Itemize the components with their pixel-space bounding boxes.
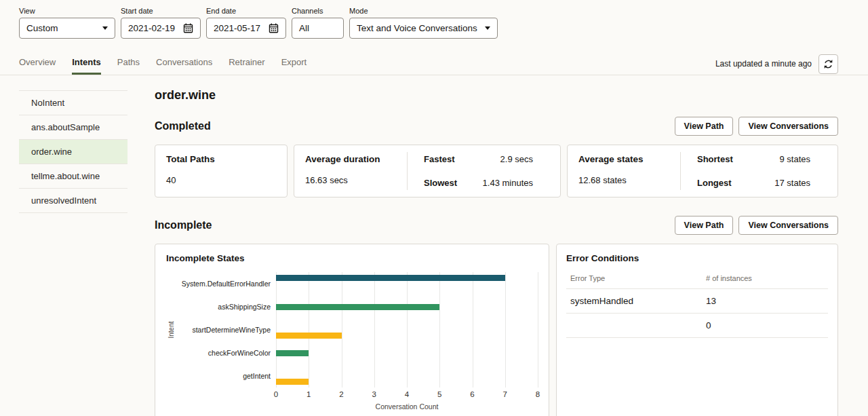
mode-value: Text and Voice Conversations xyxy=(357,23,478,33)
view-label: View xyxy=(19,7,115,15)
error-conditions-title: Error Conditions xyxy=(566,253,828,263)
fastest-value: 2.9 secs xyxy=(500,154,533,164)
channels-filter: Channels All xyxy=(292,7,344,39)
error-instances-cell: 0 xyxy=(706,320,711,330)
slowest-label: Slowest xyxy=(424,178,457,188)
error-conditions-card: Error Conditions Error Type# of instance… xyxy=(556,244,838,416)
total-paths-value: 40 xyxy=(166,175,276,185)
gridline xyxy=(439,272,440,387)
chart-category-label: getIntent xyxy=(176,364,276,387)
tab-retrainer[interactable]: Retrainer xyxy=(229,53,264,75)
calendar-icon[interactable] xyxy=(183,23,193,33)
last-updated-text: Last updated a minute ago xyxy=(715,59,812,69)
tab-intents[interactable]: Intents xyxy=(72,53,101,75)
average-states: Average states 12.68 states xyxy=(568,145,680,197)
sidebar-item-ans.aboutSample[interactable]: ans.aboutSample xyxy=(19,115,127,140)
main-panel: order.wine Completed View Path View Conv… xyxy=(155,90,838,416)
chart-bar-checkForWineColor[interactable] xyxy=(276,350,309,356)
view-filter: View Custom xyxy=(19,7,115,39)
start-date-input[interactable]: 2021-02-19 xyxy=(121,18,201,39)
end-date-filter: End date 2021-05-17 xyxy=(206,7,286,39)
fastest-label: Fastest xyxy=(424,154,455,164)
tab-conversations[interactable]: Conversations xyxy=(156,53,212,75)
chart-category-labels: System.DefaultErrorHandleraskShippingSiz… xyxy=(176,272,276,387)
tab-export[interactable]: Export xyxy=(281,53,307,75)
end-date-input[interactable]: 2021-05-17 xyxy=(206,18,286,39)
channels-input[interactable]: All xyxy=(292,18,344,39)
start-date-filter: Start date 2021-02-19 xyxy=(121,7,201,39)
tab-bar-right: Last updated a minute ago xyxy=(715,53,838,75)
x-axis-title: Conversation Count xyxy=(276,402,538,411)
calendar-icon[interactable] xyxy=(269,23,279,33)
chart-plot xyxy=(276,272,538,387)
content: NoIntentans.aboutSampleorder.winetellme.… xyxy=(0,75,868,416)
completed-view-conversations-button[interactable]: View Conversations xyxy=(738,117,838,136)
states-extremes: Shortest 9 states Longest 17 states xyxy=(681,145,837,197)
incomplete-section-head: Incomplete View Path View Conversations xyxy=(155,216,838,235)
sidebar-item-NoIntent[interactable]: NoIntent xyxy=(19,91,127,115)
x-tick-label: 4 xyxy=(405,390,409,398)
view-select[interactable]: Custom xyxy=(19,18,115,39)
tab-paths[interactable]: Paths xyxy=(117,53,140,75)
completed-view-path-button[interactable]: View Path xyxy=(675,117,734,136)
gridline xyxy=(374,272,375,387)
shortest-row: Shortest 9 states xyxy=(697,154,810,164)
mode-select[interactable]: Text and Voice Conversations xyxy=(349,18,498,39)
x-tick-label: 3 xyxy=(372,390,376,398)
incomplete-panels: Incomplete States Intent System.DefaultE… xyxy=(155,244,838,416)
chart-category-label: System.DefaultErrorHandler xyxy=(176,272,276,295)
chart-category-label: checkForWineColor xyxy=(176,341,276,364)
refresh-button[interactable] xyxy=(818,54,838,74)
duration-card: Average duration 16.63 secs Fastest 2.9 … xyxy=(294,145,561,197)
tab-overview[interactable]: Overview xyxy=(19,53,56,75)
tab-list: OverviewIntentsPathsConversationsRetrain… xyxy=(19,53,715,75)
chevron-down-icon xyxy=(485,26,490,30)
shortest-label: Shortest xyxy=(697,154,733,164)
chart-category-label: askShippingSize xyxy=(176,295,276,318)
chart-bar-startDetermineWineType[interactable] xyxy=(276,333,342,339)
slowest-value: 1.43 minutes xyxy=(483,178,533,188)
mode-filter: Mode Text and Voice Conversations xyxy=(349,7,498,39)
incomplete-actions: View Path View Conversations xyxy=(675,216,838,235)
channels-value: All xyxy=(299,23,336,33)
chart-bar-getIntent[interactable] xyxy=(276,379,309,385)
start-date-label: Start date xyxy=(121,7,201,15)
chart-category-label: startDetermineWineType xyxy=(176,318,276,341)
chart-bar-askShippingSize[interactable] xyxy=(276,304,439,310)
intent-list: NoIntentans.aboutSampleorder.winetellme.… xyxy=(19,90,127,416)
chevron-down-icon xyxy=(102,26,108,30)
channels-label: Channels xyxy=(292,7,344,15)
average-states-value: 12.68 states xyxy=(578,175,669,185)
incomplete-states-card: Incomplete States Intent System.DefaultE… xyxy=(155,244,549,416)
sidebar-item-order.wine[interactable]: order.wine xyxy=(19,140,127,164)
error-instances-cell: 13 xyxy=(706,296,716,306)
average-duration-value: 16.63 secs xyxy=(305,175,396,185)
view-value: Custom xyxy=(26,23,96,33)
error-table-row: systemHandled13 xyxy=(566,289,828,314)
longest-row: Longest 17 states xyxy=(697,178,810,188)
completed-section-head: Completed View Path View Conversations xyxy=(155,117,838,136)
sidebar-item-tellme.about.wine[interactable]: tellme.about.wine xyxy=(19,164,127,189)
error-table-body: systemHandled130 xyxy=(566,289,828,338)
total-paths-label: Total Paths xyxy=(166,154,276,164)
gridline xyxy=(342,272,342,387)
error-table-row: 0 xyxy=(566,314,828,338)
tab-bar: OverviewIntentsPathsConversationsRetrain… xyxy=(0,53,868,75)
chart-bar-System.DefaultErrorHandler[interactable] xyxy=(276,275,505,281)
x-tick-label: 5 xyxy=(437,390,441,398)
x-tick-label: 8 xyxy=(536,390,540,398)
incomplete-view-path-button[interactable]: View Path xyxy=(675,216,734,235)
x-tick-label: 0 xyxy=(274,390,278,398)
chart-title: Incomplete States xyxy=(166,253,538,263)
gridline xyxy=(505,272,506,387)
refresh-icon xyxy=(823,59,833,69)
longest-value: 17 states xyxy=(774,178,810,188)
sidebar-item-unresolvedIntent[interactable]: unresolvedIntent xyxy=(19,189,127,213)
error-table-header: Error Type# of instances xyxy=(566,274,828,289)
gridline xyxy=(407,272,408,387)
states-card: Average states 12.68 states Shortest 9 s… xyxy=(567,145,838,197)
incomplete-view-conversations-button[interactable]: View Conversations xyxy=(738,216,838,235)
page-title: order.wine xyxy=(155,88,838,102)
shortest-value: 9 states xyxy=(779,154,810,164)
filter-bar: View Custom Start date 2021-02-19 xyxy=(0,0,868,39)
